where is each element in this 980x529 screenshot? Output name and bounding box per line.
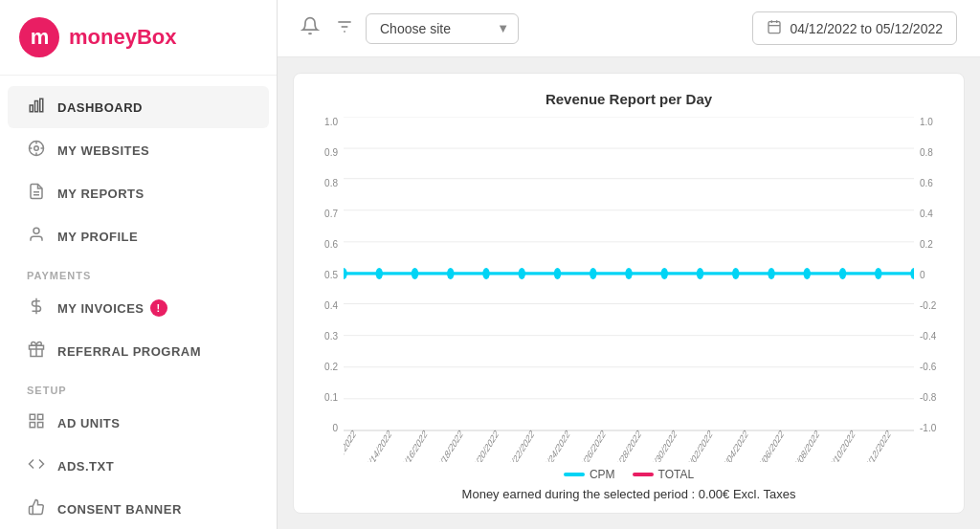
logo-area: m moneyBox	[0, 0, 277, 76]
svg-text:04/16/2022: 04/16/2022	[398, 427, 429, 462]
code-icon	[27, 455, 46, 476]
svg-point-41	[412, 268, 418, 279]
svg-point-50	[732, 268, 739, 279]
svg-point-40	[376, 268, 383, 279]
logo-icon: m	[19, 17, 59, 57]
sidebar-navigation: DASHBOARD MY WEBSITES MY REPORTS MY PROF…	[0, 76, 277, 519]
date-range-picker[interactable]: 04/12/2022 to 05/12/2022	[752, 11, 957, 45]
logo-text: moneyBox	[69, 25, 176, 50]
sidebar: m moneyBox DASHBOARD MY WEBSITES MY REPO…	[0, 0, 278, 529]
svg-point-4	[34, 146, 39, 151]
sidebar-item-my-profile[interactable]: MY PROFILE	[8, 215, 269, 257]
svg-rect-17	[30, 423, 34, 428]
svg-point-45	[554, 268, 561, 279]
svg-point-48	[661, 268, 668, 279]
sidebar-item-my-websites[interactable]: MY WEBSITES	[8, 129, 269, 171]
svg-point-11	[33, 228, 39, 233]
svg-point-52	[804, 268, 811, 279]
svg-text:04/26/2022: 04/26/2022	[576, 427, 607, 462]
total-color-dot	[633, 473, 654, 476]
svg-text:05/10/2022: 05/10/2022	[826, 427, 857, 462]
svg-rect-16	[38, 414, 43, 419]
svg-text:05/06/2022: 05/06/2022	[754, 427, 785, 462]
svg-point-47	[625, 268, 632, 279]
y-axis-right: 1.0 0.8 0.6 0.4 0.2 0 -0.2 -0.4 -0.6 -0.…	[914, 117, 945, 462]
main-content: Choose site ▼ 04/12/2022 to 05/12/2022 R…	[278, 0, 980, 529]
svg-point-42	[447, 268, 454, 279]
svg-rect-18	[38, 423, 43, 428]
legend-cpm: CPM	[564, 468, 615, 481]
sidebar-item-label: ADS.TXT	[57, 459, 114, 474]
sidebar-item-label: AD UNITS	[57, 416, 120, 430]
legend-total-label: TOTAL	[658, 468, 695, 481]
svg-rect-24	[768, 22, 780, 33]
chart-legend: CPM TOTAL	[564, 468, 694, 481]
sidebar-item-label: MY REPORTS	[57, 187, 145, 201]
svg-text:04/24/2022: 04/24/2022	[541, 427, 571, 462]
compass-icon	[27, 140, 46, 161]
sidebar-item-consent-banner[interactable]: CONSENT BANNER	[8, 488, 269, 519]
sidebar-item-label: DASHBOARD	[57, 100, 143, 115]
svg-text:05/12/2022: 05/12/2022	[861, 427, 892, 462]
user-icon	[27, 226, 46, 247]
y-axis-left: 1.0 0.9 0.8 0.7 0.6 0.5 0.4 0.3 0.2 0.1 …	[313, 117, 344, 462]
sidebar-item-label: REFERRAL PROGRAM	[57, 344, 201, 359]
cpm-color-dot	[564, 473, 585, 476]
site-select[interactable]: Choose site	[366, 13, 519, 44]
chart-body: 1.0 0.9 0.8 0.7 0.6 0.5 0.4 0.3 0.2 0.1 …	[313, 117, 945, 462]
chart-svg-area: 04/12/2022 04/14/2022 04/16/2022 04/18/2…	[344, 117, 914, 462]
svg-text:04/14/2022: 04/14/2022	[362, 427, 392, 462]
chart-footer: CPM TOTAL Money earned during the select…	[313, 468, 945, 501]
svg-rect-1	[35, 101, 38, 112]
topbar: Choose site ▼ 04/12/2022 to 05/12/2022	[278, 0, 980, 57]
sidebar-item-dashboard[interactable]: DASHBOARD	[8, 86, 269, 128]
svg-point-46	[590, 268, 596, 279]
sidebar-item-label: MY WEBSITES	[57, 143, 149, 158]
file-icon	[27, 183, 46, 204]
legend-cpm-label: CPM	[590, 468, 615, 481]
site-select-wrapper[interactable]: Choose site ▼	[366, 13, 519, 44]
svg-text:05/02/2022: 05/02/2022	[683, 427, 714, 462]
sidebar-item-ads-txt[interactable]: ADS.TXT	[8, 445, 269, 487]
sidebar-item-referral-program[interactable]: REFERRAL PROGRAM	[8, 330, 269, 372]
svg-point-54	[875, 268, 881, 279]
dollar-icon	[27, 298, 46, 319]
filter-icon[interactable]	[335, 17, 354, 40]
svg-text:04/20/2022: 04/20/2022	[469, 427, 500, 462]
sidebar-item-label: MY PROFILE	[57, 230, 138, 244]
svg-rect-15	[30, 414, 34, 419]
setup-section-label: SETUP	[0, 373, 277, 401]
svg-text:04/30/2022: 04/30/2022	[647, 427, 678, 462]
svg-text:05/04/2022: 05/04/2022	[719, 427, 749, 462]
sidebar-item-label: MY INVOICES	[57, 301, 145, 316]
sidebar-item-ad-units[interactable]: AD UNITS	[8, 402, 269, 444]
payments-section-label: PAYMENTS	[0, 258, 277, 286]
grid-icon	[27, 412, 46, 433]
gift-icon	[27, 341, 46, 362]
svg-rect-2	[40, 99, 43, 112]
money-earned-text: Money earned during the selected period …	[462, 487, 796, 501]
sidebar-item-my-invoices[interactable]: MY INVOICES !	[8, 287, 269, 329]
svg-point-53	[839, 268, 846, 279]
svg-point-51	[768, 268, 774, 279]
svg-point-43	[482, 268, 489, 279]
sidebar-item-label: CONSENT BANNER	[57, 502, 182, 517]
bar-chart-icon	[27, 97, 46, 118]
svg-text:04/22/2022: 04/22/2022	[504, 427, 535, 462]
svg-point-44	[519, 268, 525, 279]
svg-text:04/28/2022: 04/28/2022	[612, 427, 642, 462]
invoices-badge: !	[150, 299, 167, 317]
sidebar-item-my-reports[interactable]: MY REPORTS	[8, 172, 269, 214]
chart-title: Revenue Report per Day	[313, 91, 945, 107]
svg-text:05/08/2022: 05/08/2022	[790, 427, 820, 462]
chart-container: Revenue Report per Day 1.0 0.9 0.8 0.7 0…	[293, 73, 965, 514]
date-range-text: 04/12/2022 to 05/12/2022	[790, 21, 943, 36]
chart-svg: 04/12/2022 04/14/2022 04/16/2022 04/18/2…	[344, 117, 914, 462]
bell-icon[interactable]	[301, 16, 320, 40]
legend-total: TOTAL	[633, 468, 695, 481]
svg-text:04/18/2022: 04/18/2022	[434, 427, 464, 462]
thumb-up-icon	[27, 498, 46, 519]
svg-rect-0	[30, 105, 33, 112]
svg-point-39	[344, 268, 347, 279]
svg-point-55	[910, 268, 914, 279]
